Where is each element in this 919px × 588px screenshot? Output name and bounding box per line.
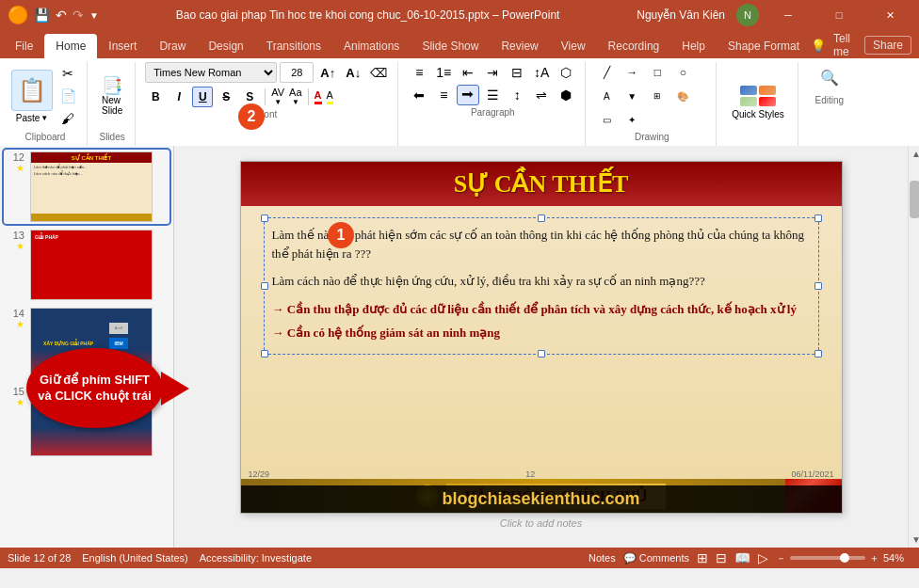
slide-title: SỰ CẦN THIẾT [260, 169, 823, 199]
cut-button[interactable]: ✂ [56, 63, 79, 84]
font-spacing-button[interactable]: AV ▼ [270, 86, 285, 107]
format-painter-button[interactable]: 🖌 [56, 108, 79, 129]
tab-design[interactable]: Design [197, 34, 254, 58]
shapes-arrange-button[interactable]: ⊞ [646, 86, 669, 106]
find-button[interactable]: 🔍 [815, 66, 844, 89]
font-size-input[interactable] [280, 62, 314, 83]
handle-mr[interactable] [814, 282, 822, 290]
reading-view-button[interactable]: 📖 [734, 550, 750, 565]
quick-styles-button[interactable]: Quick Styles [726, 82, 790, 123]
handle-bl[interactable] [261, 350, 268, 358]
highlight-color-button[interactable]: A [326, 88, 334, 105]
underline-button[interactable]: U [192, 87, 213, 107]
bold-button[interactable]: B [145, 87, 166, 107]
accessibility-indicator[interactable]: Accessibility: Investigate [200, 552, 312, 564]
tab-file[interactable]: File [4, 34, 44, 58]
text-direction-button[interactable]: ↕A [530, 62, 553, 83]
convert-smartart-button[interactable]: ⬢ [555, 85, 577, 105]
strikethrough-button[interactable]: S [216, 87, 236, 107]
paste-button[interactable]: 📋 [11, 70, 53, 111]
decrease-font-button[interactable]: A↓ [342, 62, 364, 83]
change-case-button[interactable]: Aa ▼ [288, 86, 302, 107]
slides-group: 📑 NewSlide Slides [89, 62, 136, 146]
align-left-button[interactable]: ⬅ [408, 85, 430, 105]
clear-formatting-button[interactable]: ⌫ [367, 62, 390, 83]
notes-button[interactable]: Notes [588, 552, 616, 564]
handle-br[interactable] [814, 350, 822, 358]
tab-transitions[interactable]: Transitions [255, 34, 332, 58]
tab-home[interactable]: Home [44, 34, 97, 58]
shapes-fill-button[interactable]: 🎨 [671, 86, 694, 106]
handle-tm[interactable] [538, 215, 545, 222]
tab-view[interactable]: View [550, 34, 597, 58]
shape-oval[interactable]: ○ [671, 62, 694, 83]
tell-me-field[interactable]: Tell me [833, 32, 857, 58]
slide-thumb-13[interactable]: 13 ★ GIẢI PHÁP [4, 228, 169, 302]
close-button[interactable]: ✕ [868, 0, 911, 30]
minimize-button[interactable]: ─ [766, 0, 810, 30]
shape-rect[interactable]: □ [646, 62, 669, 83]
scroll-thumb[interactable] [910, 181, 919, 218]
increase-font-button[interactable]: A↑ [316, 62, 339, 83]
handle-bm[interactable] [538, 350, 545, 358]
ribbon-content: 📋 Paste ▼ ✂ 📄 🖌 Clipboard 📑 NewSlide Sli… [0, 58, 919, 146]
italic-button[interactable]: I [169, 87, 189, 107]
zoom-slider[interactable] [790, 556, 865, 560]
bullets-button[interactable]: ≡ [408, 62, 430, 83]
vertical-scrollbar[interactable]: ▲ ▼ [908, 146, 919, 548]
slide-sorter-button[interactable]: ⊟ [716, 550, 727, 565]
shape-textbox[interactable]: A [595, 86, 618, 106]
handle-tr[interactable] [814, 215, 822, 222]
add-notes[interactable]: Click to add notes [496, 514, 586, 532]
tab-insert[interactable]: Insert [97, 34, 148, 58]
shapes-effects-button[interactable]: ✦ [621, 109, 643, 130]
shape-arrow[interactable]: → [621, 62, 643, 83]
shape-line[interactable]: ╱ [595, 62, 618, 83]
tab-shapeformat[interactable]: Shape Format [717, 34, 811, 58]
slide-thumb-12[interactable]: 12 ★ SỰ CẦN THIẾT Làm thế nào để phát hi… [4, 150, 169, 224]
undo-icon[interactable]: ↶ [56, 8, 67, 23]
zoom-out-button[interactable]: － [776, 551, 786, 565]
align-center-button[interactable]: ≡ [432, 85, 455, 105]
para-direction-button[interactable]: ⇌ [530, 85, 553, 105]
share-button[interactable]: Share [864, 36, 911, 55]
maximize-button[interactable]: □ [817, 0, 861, 30]
zoom-level[interactable]: 54% [883, 552, 911, 564]
slide-star-13: ★ [16, 241, 24, 251]
scroll-down-button[interactable]: ▼ [909, 532, 919, 548]
tab-draw[interactable]: Draw [148, 34, 197, 58]
smartart-button[interactable]: ⬡ [555, 62, 577, 83]
decrease-indent-button[interactable]: ⇤ [457, 62, 479, 83]
line-spacing-button[interactable]: ↕ [506, 85, 528, 105]
redo-icon[interactable]: ↷ [73, 8, 84, 23]
tab-animations[interactable]: Animations [332, 34, 411, 58]
new-slide-button[interactable]: 📑 NewSlide [97, 74, 127, 119]
tab-recording[interactable]: Recording [597, 34, 671, 58]
align-right-button[interactable]: ⮕ [457, 85, 479, 105]
save-icon[interactable]: 💾 [34, 8, 50, 23]
tab-help[interactable]: Help [670, 34, 717, 58]
handle-ml[interactable] [261, 282, 268, 290]
numbering-button[interactable]: 1≡ [432, 62, 455, 83]
language-indicator[interactable]: English (United States) [82, 552, 188, 564]
tab-review[interactable]: Review [490, 34, 549, 58]
font-color-button[interactable]: A [314, 88, 323, 105]
slide-num-15: 15 [8, 386, 24, 397]
tab-slideshow[interactable]: Slide Show [411, 34, 490, 58]
zoom-in-button[interactable]: ＋ [869, 551, 879, 565]
shape-more[interactable]: ▼ [621, 86, 643, 106]
columns-button[interactable]: ⊟ [506, 62, 528, 83]
copy-button[interactable]: 📄 [56, 86, 79, 106]
bubble-text: Giữ để phím SHIFT và CLICK chuột trái [38, 373, 152, 405]
slideshow-button[interactable]: ▷ [758, 550, 768, 565]
justify-button[interactable]: ☰ [481, 85, 504, 105]
shapes-outline-button[interactable]: ▭ [595, 109, 618, 130]
comments-button[interactable]: 💬 Comments [623, 552, 689, 564]
scroll-up-button[interactable]: ▲ [909, 146, 919, 162]
normal-view-button[interactable]: ⊞ [697, 550, 708, 565]
handle-tl[interactable] [261, 215, 268, 222]
quick-access-more[interactable]: ▼ [89, 10, 99, 21]
paste-dropdown[interactable]: Paste ▼ [16, 113, 49, 123]
increase-indent-button[interactable]: ⇥ [481, 62, 504, 83]
font-name-select[interactable]: Times New Roman [145, 62, 277, 83]
